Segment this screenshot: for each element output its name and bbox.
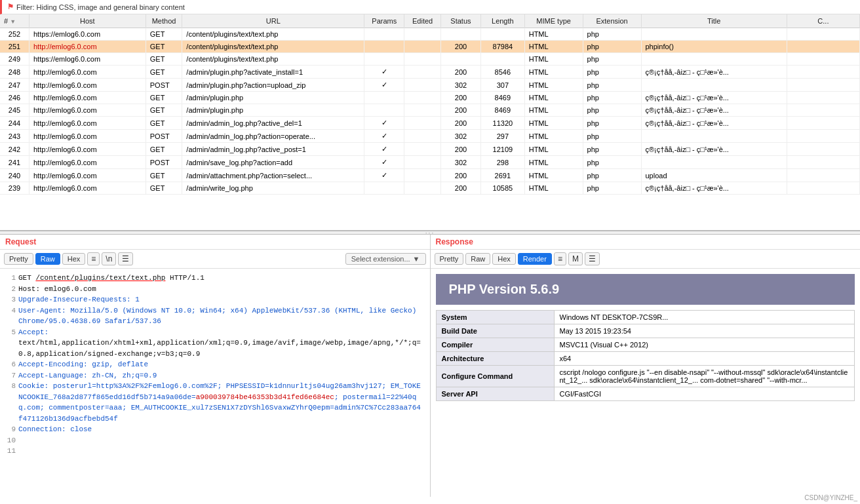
- col-header-params[interactable]: Params: [364, 14, 404, 28]
- line-text: Accept-Encoding: gzip, deflate: [18, 359, 425, 370]
- table-row[interactable]: 241http://emlog6.0.comPOST/admin/save_lo…: [0, 156, 860, 169]
- php-info-value: CGI/FastCGI: [554, 387, 855, 401]
- table-header-row: # ▼ Host Method URL Params Edited Status…: [0, 14, 860, 28]
- line-text: Host: emlog6.0.com: [18, 284, 425, 295]
- req-tab-pretty[interactable]: Pretty: [4, 253, 33, 265]
- bottom-panels: Request Pretty Raw Hex ≡ \n ☰ Select ext…: [0, 235, 860, 497]
- php-info-key: Compiler: [436, 338, 554, 352]
- col-header-ext[interactable]: Extension: [583, 14, 641, 28]
- line-text: Cookie: posterurl=http%3A%2F%2Femlog6.0.…: [18, 381, 425, 424]
- response-panel: Response Pretty Raw Hex Render ≡ M ☰ PHP…: [431, 235, 861, 497]
- line-number: [5, 338, 16, 359]
- col-header-url[interactable]: URL: [182, 14, 364, 28]
- line-number: 9: [5, 424, 16, 435]
- res-lines-icon[interactable]: ≡: [554, 252, 566, 265]
- line-text: GET /content/plugins/text/text.php HTTP/…: [18, 273, 425, 284]
- php-info-row: Build DateMay 13 2015 19:23:54: [436, 324, 855, 338]
- response-panel-title: Response: [431, 235, 861, 250]
- request-line: 10: [5, 435, 425, 446]
- request-line: 3Upgrade-Insecure-Requests: 1: [5, 294, 425, 305]
- line-text: [18, 435, 425, 446]
- select-extension-btn[interactable]: Select extension... ▼: [345, 253, 426, 265]
- request-line: 6Accept-Encoding: gzip, deflate: [5, 359, 425, 370]
- request-line: 11: [5, 446, 425, 457]
- request-line: 8Cookie: posterurl=http%3A%2F%2Femlog6.0…: [5, 381, 425, 424]
- line-text: Connection: close: [18, 424, 425, 435]
- line-number: 1: [5, 273, 16, 284]
- req-tab-raw[interactable]: Raw: [35, 253, 60, 265]
- php-info-value: Windows NT DESKTOP-7CS9R...: [554, 311, 855, 324]
- line-number: 10: [5, 435, 16, 446]
- select-extension-label: Select extension...: [351, 255, 410, 263]
- php-info-row: SystemWindows NT DESKTOP-7CS9R...: [436, 311, 855, 324]
- table-body: 252https://emlog6.0.comGET/content/plugi…: [0, 28, 860, 195]
- table-row[interactable]: 248http://emlog6.0.comGET/admin/plugin.p…: [0, 66, 860, 79]
- php-info-value: May 13 2015 19:23:54: [554, 324, 855, 338]
- line-text: [18, 446, 425, 457]
- table-row[interactable]: 239http://emlog6.0.comGET/admin/write_lo…: [0, 182, 860, 195]
- table-row[interactable]: 252https://emlog6.0.comGET/content/plugi…: [0, 28, 860, 41]
- res-menu-icon[interactable]: ☰: [585, 252, 600, 265]
- line-number: 2: [5, 284, 16, 295]
- table-row[interactable]: 242http://emlog6.0.comGET/admin/admin_lo…: [0, 143, 860, 156]
- filter-icon: ⚑: [7, 3, 14, 11]
- line-text: text/html,application/xhtml+xml,applicat…: [18, 338, 425, 359]
- req-lines-icon[interactable]: ≡: [87, 252, 100, 265]
- table-row[interactable]: 245http://emlog6.0.comGET/admin/plugin.p…: [0, 104, 860, 117]
- line-number: 8: [5, 381, 16, 424]
- table-row[interactable]: 243http://emlog6.0.comPOST/admin/admin_l…: [0, 130, 860, 143]
- traffic-table: # ▼ Host Method URL Params Edited Status…: [0, 14, 860, 195]
- request-line: 2Host: emlog6.0.com: [5, 284, 425, 295]
- php-info-value: cscript /nologo configure.js "--en disab…: [554, 366, 855, 387]
- php-info-value: MSVC11 (Visual C++ 2012): [554, 338, 855, 352]
- line-number: 6: [5, 359, 16, 370]
- col-header-comment[interactable]: C...: [787, 14, 859, 28]
- php-info-key: Architecture: [436, 352, 554, 366]
- res-m-icon[interactable]: M: [568, 252, 583, 265]
- request-panel: Request Pretty Raw Hex ≡ \n ☰ Select ext…: [0, 235, 431, 497]
- traffic-table-container: # ▼ Host Method URL Params Edited Status…: [0, 14, 860, 231]
- request-panel-title: Request: [0, 235, 430, 250]
- col-header-title[interactable]: Title: [641, 14, 787, 28]
- line-text: Accept:: [18, 327, 425, 338]
- php-info-key: Build Date: [436, 324, 554, 338]
- res-tab-pretty[interactable]: Pretty: [435, 253, 464, 265]
- col-header-host[interactable]: Host: [29, 14, 146, 28]
- php-info-row: Configure Commandcscript /nologo configu…: [436, 366, 855, 387]
- request-line: 7Accept-Language: zh-CN, zh;q=0.9: [5, 370, 425, 381]
- table-row[interactable]: 246http://emlog6.0.comGET/admin/plugin.p…: [0, 92, 860, 104]
- req-n-icon[interactable]: \n: [102, 252, 116, 265]
- col-header-mime[interactable]: MIME type: [524, 14, 583, 28]
- col-header-edited[interactable]: Edited: [404, 14, 441, 28]
- php-version-banner: PHP Version 5.6.9: [436, 274, 855, 305]
- php-info-row: CompilerMSVC11 (Visual C++ 2012): [436, 338, 855, 352]
- table-row[interactable]: 240http://emlog6.0.comGET/admin/attachme…: [0, 169, 860, 182]
- line-number: 3: [5, 294, 16, 305]
- res-tab-raw[interactable]: Raw: [465, 253, 490, 265]
- request-line: text/html,application/xhtml+xml,applicat…: [5, 338, 425, 359]
- res-tab-render[interactable]: Render: [518, 253, 552, 265]
- table-row[interactable]: 249https://emlog6.0.comGET/content/plugi…: [0, 53, 860, 66]
- php-info-row: Server APICGI/FastCGI: [436, 387, 855, 401]
- req-tab-hex[interactable]: Hex: [62, 253, 86, 265]
- php-info-key: Server API: [436, 387, 554, 401]
- line-text: User-Agent: Mozilla/5.0 (Windows NT 10.0…: [18, 305, 425, 327]
- php-info-row: Architecturex64: [436, 352, 855, 366]
- col-header-method[interactable]: Method: [146, 14, 182, 28]
- table-row[interactable]: 247http://emlog6.0.comPOST/admin/plugin.…: [0, 79, 860, 92]
- req-menu-icon[interactable]: ☰: [118, 252, 133, 265]
- request-line: 4User-Agent: Mozilla/5.0 (Windows NT 10.…: [5, 305, 425, 327]
- request-toolbar: Pretty Raw Hex ≡ \n ☰ Select extension..…: [0, 250, 430, 269]
- table-row[interactable]: 244http://emlog6.0.comGET/admin/admin_lo…: [0, 117, 860, 130]
- res-tab-hex[interactable]: Hex: [492, 253, 516, 265]
- line-number: 7: [5, 370, 16, 381]
- col-header-length[interactable]: Length: [481, 14, 525, 28]
- line-number: 4: [5, 305, 16, 327]
- table-row[interactable]: 251http://emlog6.0.comGET/content/plugin…: [0, 41, 860, 53]
- line-text: Upgrade-Insecure-Requests: 1: [18, 294, 425, 305]
- col-header-status[interactable]: Status: [440, 14, 480, 28]
- response-toolbar: Pretty Raw Hex Render ≡ M ☰: [431, 250, 861, 269]
- request-content: 1GET /content/plugins/text/text.php HTTP…: [0, 269, 430, 497]
- line-number: 5: [5, 327, 16, 338]
- col-header-num[interactable]: # ▼: [0, 14, 29, 28]
